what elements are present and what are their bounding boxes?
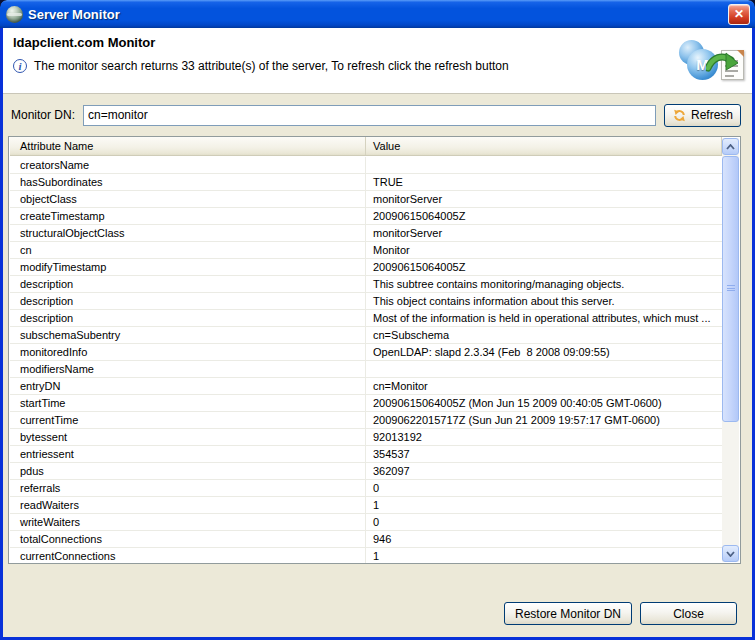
scroll-up-button[interactable] <box>722 138 739 155</box>
attribute-value-cell: monitorServer <box>366 191 722 207</box>
table-row[interactable]: entriessent 354537 <box>10 446 722 463</box>
attribute-name-cell: entriessent <box>10 446 366 462</box>
footer-buttons: Restore Monitor DN Close <box>504 602 737 625</box>
attribute-value-cell: 20090615064005Z <box>366 208 722 224</box>
globe-icon <box>6 6 23 23</box>
attribute-name-cell: currentTime <box>10 412 366 428</box>
attribute-value-cell: 0 <box>366 480 722 496</box>
attribute-name-cell: currentConnections <box>10 548 366 563</box>
attribute-name-cell: pdus <box>10 463 366 479</box>
attribute-value-cell: TRUE <box>366 174 722 190</box>
page-title: ldapclient.com Monitor <box>13 35 155 50</box>
restore-monitor-dn-button[interactable]: Restore Monitor DN <box>504 602 632 625</box>
server-monitor-dialog: Server Monitor ✕ ldapclient.com Monitor … <box>0 0 755 640</box>
attribute-value-cell: This subtree contains monitoring/managin… <box>366 276 722 292</box>
table-body: creatorsName hasSubordinates TRUE object… <box>10 157 722 563</box>
table-row[interactable]: pdus 362097 <box>10 463 722 480</box>
table-row[interactable]: bytessent 92013192 <box>10 429 722 446</box>
table-row[interactable]: subschemaSubentry cn=Subschema <box>10 327 722 344</box>
monitor-dn-toolbar: Monitor DN: Refresh <box>3 94 752 136</box>
table-header: Attribute Name Value <box>10 137 722 156</box>
attribute-value-cell: This object contains information about t… <box>366 293 722 309</box>
attribute-name-cell: modifyTimestamp <box>10 259 366 275</box>
info-message-row: i The monitor search returns 33 attribut… <box>13 59 509 73</box>
attribute-name-cell: description <box>10 276 366 292</box>
table-row[interactable]: objectClass monitorServer <box>10 191 722 208</box>
refresh-icon <box>672 109 687 122</box>
attributes-table: Attribute Name Value creatorsName hasSub… <box>8 136 741 564</box>
dialog-content: ldapclient.com Monitor i The monitor sea… <box>0 28 755 640</box>
attribute-value-cell: 92013192 <box>366 429 722 445</box>
monitor-dn-input[interactable] <box>83 105 656 126</box>
chevron-up-icon <box>726 144 735 150</box>
table-row[interactable]: description Most of the information is h… <box>10 310 722 327</box>
chevron-down-icon <box>726 551 735 557</box>
attribute-value-cell: cn=Monitor <box>366 378 722 394</box>
table-row[interactable]: modifiersName <box>10 361 722 378</box>
attribute-name-cell: structuralObjectClass <box>10 225 366 241</box>
attribute-value-cell: 20090615064005Z <box>366 259 722 275</box>
monitor-dn-label: Monitor DN: <box>11 108 75 122</box>
titlebar[interactable]: Server Monitor ✕ <box>0 0 755 28</box>
table-row[interactable]: hasSubordinates TRUE <box>10 174 722 191</box>
column-header-attribute-name[interactable]: Attribute Name <box>10 137 366 155</box>
scroll-down-button[interactable] <box>722 545 739 562</box>
attribute-value-cell: 354537 <box>366 446 722 462</box>
column-header-value[interactable]: Value <box>366 137 722 155</box>
table-row[interactable]: structuralObjectClass monitorServer <box>10 225 722 242</box>
attribute-value-cell <box>366 157 722 173</box>
header-panel: ldapclient.com Monitor i The monitor sea… <box>3 28 752 94</box>
table-row[interactable]: referrals 0 <box>10 480 722 497</box>
attribute-value-cell <box>366 361 722 377</box>
attribute-name-cell: createTimestamp <box>10 208 366 224</box>
table-row[interactable]: currentConnections 1 <box>10 548 722 563</box>
table-row[interactable]: modifyTimestamp 20090615064005Z <box>10 259 722 276</box>
attribute-name-cell: referrals <box>10 480 366 496</box>
info-icon: i <box>13 59 27 73</box>
table-row[interactable]: entryDN cn=Monitor <box>10 378 722 395</box>
attribute-value-cell: 946 <box>366 531 722 547</box>
attribute-name-cell: description <box>10 293 366 309</box>
scrollbar-grip-icon <box>727 285 735 293</box>
attribute-name-cell: readWaiters <box>10 497 366 513</box>
close-button[interactable]: Close <box>640 602 737 625</box>
table-row[interactable]: cn Monitor <box>10 242 722 259</box>
table-scrollbar[interactable] <box>722 138 739 562</box>
table-row[interactable]: startTime 20090615064005Z (Mon Jun 15 20… <box>10 395 722 412</box>
attribute-value-cell: Monitor <box>366 242 722 258</box>
attribute-value-cell: 0 <box>366 514 722 530</box>
table-row[interactable]: description This subtree contains monito… <box>10 276 722 293</box>
attribute-name-cell: entryDN <box>10 378 366 394</box>
attribute-value-cell: cn=Subschema <box>366 327 722 343</box>
attribute-name-cell: creatorsName <box>10 157 366 173</box>
info-message: The monitor search returns 33 attribute(… <box>34 59 509 73</box>
table-row[interactable]: createTimestamp 20090615064005Z <box>10 208 722 225</box>
table-row[interactable]: currentTime 20090622015717Z (Sun Jun 21 … <box>10 412 722 429</box>
refresh-button-label: Refresh <box>691 108 733 122</box>
attribute-name-cell: bytessent <box>10 429 366 445</box>
close-icon[interactable]: ✕ <box>728 4 750 25</box>
attribute-name-cell: cn <box>10 242 366 258</box>
table-row[interactable]: writeWaiters 0 <box>10 514 722 531</box>
scrollbar-thumb[interactable] <box>722 156 739 422</box>
table-row[interactable]: totalConnections 946 <box>10 531 722 548</box>
attribute-name-cell: description <box>10 310 366 326</box>
table-row[interactable]: monitoredInfo OpenLDAP: slapd 2.3.34 (Fe… <box>10 344 722 361</box>
attribute-value-cell: 362097 <box>366 463 722 479</box>
attribute-value-cell: 1 <box>366 497 722 513</box>
attribute-value-cell: Most of the information is held in opera… <box>366 310 722 326</box>
table-row[interactable]: readWaiters 1 <box>10 497 722 514</box>
table-row[interactable]: creatorsName <box>10 157 722 174</box>
attribute-value-cell: OpenLDAP: slapd 2.3.34 (Feb 8 2008 09:09… <box>366 344 722 360</box>
window-title: Server Monitor <box>28 7 120 22</box>
attribute-name-cell: totalConnections <box>10 531 366 547</box>
table-row[interactable]: description This object contains informa… <box>10 293 722 310</box>
attribute-value-cell: 20090622015717Z (Sun Jun 21 2009 19:57:1… <box>366 412 722 428</box>
attribute-name-cell: subschemaSubentry <box>10 327 366 343</box>
refresh-button[interactable]: Refresh <box>664 104 741 127</box>
attribute-name-cell: modifiersName <box>10 361 366 377</box>
attribute-name-cell: hasSubordinates <box>10 174 366 190</box>
attribute-value-cell: 1 <box>366 548 722 563</box>
attribute-value-cell: monitorServer <box>366 225 722 241</box>
attribute-name-cell: objectClass <box>10 191 366 207</box>
